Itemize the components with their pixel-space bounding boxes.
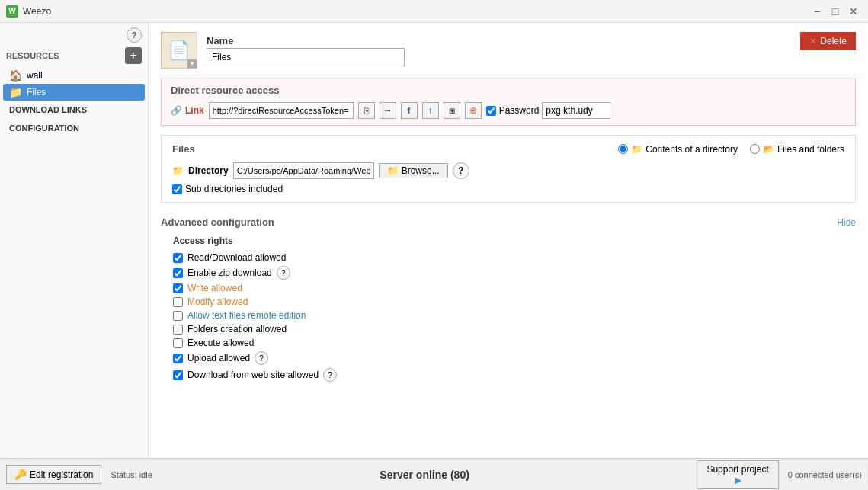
radio-contents-input[interactable] bbox=[618, 144, 628, 154]
access-rights-title: Access rights bbox=[173, 235, 844, 246]
folders-checkbox[interactable] bbox=[173, 325, 183, 335]
direct-access-row: 🔗 Link ⎘ → f t ⊞ ⊕ Password bbox=[171, 102, 846, 119]
write-label[interactable]: Write allowed bbox=[187, 283, 242, 293]
upload-help-btn[interactable]: ? bbox=[255, 351, 268, 365]
sidebar-configuration[interactable]: CONFIGURATION bbox=[0, 119, 148, 137]
access-item-zip: Enable zip download ? bbox=[173, 266, 844, 280]
icon-dropdown[interactable]: ▼ bbox=[187, 59, 197, 68]
edit-reg-label: Edit registration bbox=[30, 469, 93, 480]
direct-access-title: Direct resource access bbox=[171, 85, 846, 96]
access-item-upload: Upload allowed ? bbox=[173, 351, 844, 365]
sidebar-item-wall-label: wall bbox=[27, 70, 43, 81]
radio-group: 📁 Contents of a directory 📂 Files and fo… bbox=[618, 144, 844, 155]
direct-access-section: Direct resource access 🔗 Link ⎘ → f t ⊞ … bbox=[161, 78, 856, 126]
folders-label[interactable]: Folders creation allowed bbox=[187, 324, 287, 335]
name-input[interactable] bbox=[207, 48, 405, 66]
advanced-section: Advanced configuration Hide Access right… bbox=[161, 212, 856, 389]
access-item-download-web: Download from web site allowed ? bbox=[173, 368, 844, 382]
sidebar-help: ? bbox=[0, 26, 148, 44]
files-section: Files 📁 Contents of a directory 📂 Files … bbox=[161, 135, 856, 203]
sidebar-item-wall[interactable]: 🏠 wall bbox=[0, 67, 148, 84]
qr-icon-btn[interactable]: ⊞ bbox=[444, 102, 460, 119]
browse-button[interactable]: 📁 Browse... bbox=[379, 163, 448, 178]
sidebar-download-links[interactable]: DOWNLOAD LINKS bbox=[0, 101, 148, 119]
access-item-folders: Folders creation allowed bbox=[173, 324, 844, 335]
upload-label[interactable]: Upload allowed bbox=[187, 353, 250, 363]
upload-checkbox[interactable] bbox=[173, 354, 183, 363]
hide-link[interactable]: Hide bbox=[837, 217, 856, 228]
access-item-text-edit: Allow text files remote edition bbox=[173, 310, 844, 321]
resource-icon-box: 📄 ▼ bbox=[161, 32, 197, 69]
read-checkbox[interactable] bbox=[173, 253, 183, 263]
open-icon-btn[interactable]: → bbox=[380, 102, 396, 119]
app-icon: W bbox=[6, 5, 18, 18]
read-label[interactable]: Read/Download allowed bbox=[187, 252, 286, 263]
sub-directories-checkbox[interactable] bbox=[172, 184, 182, 194]
sidebar-item-files[interactable]: 📁 Files bbox=[3, 84, 145, 101]
title-bar: W Weezo − □ ✕ bbox=[0, 0, 868, 23]
add-resource-button[interactable]: + bbox=[125, 47, 142, 64]
zip-help-btn[interactable]: ? bbox=[277, 266, 290, 280]
radio-files-label: Files and folders bbox=[777, 144, 844, 155]
status-idle: Status: idle bbox=[111, 470, 152, 479]
close-button[interactable]: ✕ bbox=[845, 3, 862, 20]
download-web-label[interactable]: Download from web site allowed bbox=[187, 370, 319, 380]
password-input[interactable] bbox=[542, 102, 610, 119]
modify-checkbox[interactable] bbox=[173, 297, 183, 307]
resources-section: RESOURCES + bbox=[0, 44, 148, 67]
link-icon: 🔗 bbox=[171, 105, 182, 116]
delete-icon: ✕ bbox=[809, 36, 817, 46]
password-checkbox[interactable] bbox=[486, 106, 496, 116]
directory-row: 📁 Directory 📁 Browse... ? bbox=[172, 162, 844, 179]
minimize-button[interactable]: − bbox=[809, 3, 825, 20]
delete-button[interactable]: ✕ Delete bbox=[800, 32, 856, 50]
copy-icon-btn[interactable]: ⎘ bbox=[358, 102, 375, 119]
access-item-modify: Modify allowed bbox=[173, 296, 844, 307]
sidebar: ? RESOURCES + 🏠 wall 📁 Files DOWNLOAD LI… bbox=[0, 23, 149, 458]
facebook-icon-btn[interactable]: f bbox=[401, 102, 418, 119]
wall-icon: 🏠 bbox=[9, 69, 22, 82]
zip-label[interactable]: Enable zip download bbox=[187, 267, 272, 278]
help-button[interactable]: ? bbox=[127, 27, 142, 43]
sidebar-item-files-label: Files bbox=[27, 87, 46, 98]
files-title: Files bbox=[172, 143, 195, 155]
maximize-button[interactable]: □ bbox=[827, 3, 844, 20]
zip-checkbox[interactable] bbox=[173, 268, 183, 278]
access-item-read: Read/Download allowed bbox=[173, 252, 844, 263]
download-web-checkbox[interactable] bbox=[173, 370, 183, 380]
window-controls: − □ ✕ bbox=[809, 3, 862, 20]
radio-files-input[interactable] bbox=[750, 144, 760, 154]
text-edit-checkbox[interactable] bbox=[173, 311, 183, 321]
write-checkbox[interactable] bbox=[173, 283, 183, 293]
link-input[interactable] bbox=[209, 102, 354, 119]
resource-icon: 📄 bbox=[168, 40, 191, 61]
password-label[interactable]: Password bbox=[499, 105, 540, 116]
directory-label: Directory bbox=[188, 165, 229, 176]
access-item-write: Write allowed bbox=[173, 283, 844, 293]
modify-label[interactable]: Modify allowed bbox=[187, 296, 248, 307]
app-container: ? RESOURCES + 🏠 wall 📁 Files DOWNLOAD LI… bbox=[0, 23, 868, 458]
edit-reg-icon: 🔑 bbox=[14, 469, 27, 480]
more-icon-btn[interactable]: ⊕ bbox=[465, 102, 482, 119]
support-button[interactable]: Support project ▶ bbox=[697, 460, 778, 489]
advanced-header: Advanced configuration Hide bbox=[161, 216, 856, 228]
twitter-icon-btn[interactable]: t bbox=[422, 102, 439, 119]
text-edit-label[interactable]: Allow text files remote edition bbox=[187, 310, 306, 321]
files-radio-icon: 📂 bbox=[763, 144, 774, 155]
download-web-help-btn[interactable]: ? bbox=[323, 368, 337, 382]
sub-directories-label[interactable]: Sub directories included bbox=[185, 184, 283, 194]
server-status: Server online (80) bbox=[162, 469, 688, 481]
directory-help-btn[interactable]: ? bbox=[453, 162, 469, 179]
radio-contents[interactable]: 📁 Contents of a directory bbox=[618, 144, 738, 155]
radio-contents-label: Contents of a directory bbox=[645, 144, 738, 155]
delete-label: Delete bbox=[820, 36, 847, 46]
browse-icon: 📁 bbox=[387, 165, 399, 176]
edit-registration-button[interactable]: 🔑 Edit registration bbox=[6, 465, 101, 484]
files-folder-icon: 📁 bbox=[9, 86, 22, 98]
directory-folder-icon: 📁 bbox=[172, 165, 184, 176]
directory-input[interactable] bbox=[233, 162, 374, 179]
execute-label[interactable]: Execute allowed bbox=[187, 338, 254, 348]
folder-radio-icon: 📁 bbox=[631, 144, 642, 155]
radio-files-folders[interactable]: 📂 Files and folders bbox=[750, 144, 844, 155]
execute-checkbox[interactable] bbox=[173, 338, 183, 348]
